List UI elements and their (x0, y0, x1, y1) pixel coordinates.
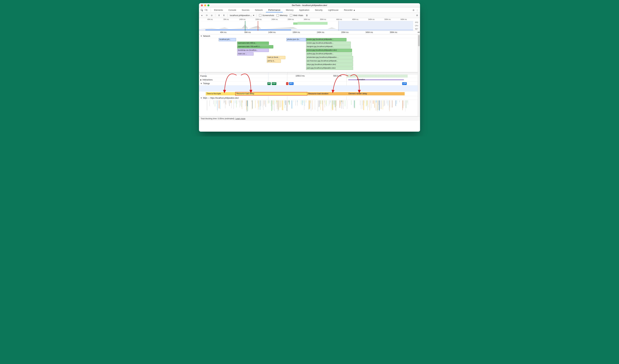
close-icon[interactable] (201, 4, 203, 6)
timings-track[interactable]: ▼ Timings FPFCPLDCLLCP (199, 82, 420, 85)
overview-tick: 2494 ms (271, 18, 278, 20)
network-request[interactable]: opensans-latin-700.woff2 (l... (237, 45, 273, 48)
overview-tick: 494 ms (207, 18, 213, 20)
reload-icon[interactable]: ⟳ (205, 14, 208, 16)
webvitals-checkbox[interactable]: Web Vitals (290, 14, 303, 16)
network-request[interactable]: sydney.jpg (localhost.philipwalto... (306, 52, 352, 56)
main-thread-header[interactable]: ▼Main — https://localhost.philipwalton.d… (199, 96, 420, 100)
download-icon[interactable]: ⬇ (223, 14, 225, 16)
timing-badge-fp[interactable]: FP (267, 82, 271, 85)
inspect-icon[interactable] (201, 9, 203, 11)
network-request[interactable]: paris.jpg (localhost.philipwalton.dev) (306, 67, 353, 70)
lcp-phase[interactable]: Resource load delay (235, 92, 307, 95)
svg-rect-3 (205, 29, 291, 30)
tab-network[interactable]: Network (253, 8, 265, 12)
animation-label: Animation (357, 79, 365, 80)
pane-splitter[interactable]: ⋯ (199, 72, 420, 74)
timing-badge-fcp[interactable]: FCP (272, 82, 276, 85)
ruler-tick: 3994 ms (390, 31, 397, 33)
network-request[interactable]: main.css ... (237, 52, 253, 56)
overview-tick: 5994 ms (384, 18, 391, 20)
overview-tick: 6494 ms (401, 18, 407, 20)
main-ruler[interactable]: 494 ms994 ms1494 ms1994 ms2494 ms2994 ms… (199, 31, 420, 34)
overview-tick: 994 ms (224, 18, 229, 20)
devtools-window: DevTools - localhost.philipwalton.dev/ E… (199, 3, 420, 132)
network-request[interactable]: venice.jpg (localhost.philipwalton.dev) (306, 49, 352, 52)
lcp-phase[interactable]: Element render delay (348, 92, 405, 95)
overview-tick: 1494 ms (239, 18, 245, 20)
ruler-tick: 1494 ms (268, 31, 276, 33)
tab-performance[interactable]: Performance (266, 8, 282, 12)
tab-memory[interactable]: Memory (284, 8, 296, 12)
frames-track[interactable]: Frames 1050.0 ms500.0 ms (199, 74, 420, 78)
status-text: Total blocking time: 0.00ms (estimated) (201, 117, 234, 120)
overview-red-marker (258, 21, 258, 31)
trash-icon[interactable]: 🗑 (305, 14, 308, 16)
tab-sources[interactable]: Sources (239, 8, 252, 12)
tab-application[interactable]: Application (297, 8, 312, 12)
upload-icon[interactable]: ⬆ (218, 14, 220, 16)
interactions-track[interactable]: ▶ Interactions Animation (199, 78, 420, 82)
capture-select[interactable]: localhost.philipwalton.... ▾ (230, 14, 254, 16)
titlebar: DevTools - localhost.philipwalton.dev/ (199, 3, 420, 8)
network-header[interactable]: ▼Network (199, 34, 420, 38)
more-icon[interactable]: ⋮ (416, 9, 418, 11)
network-request[interactable]: localhost.phi... (219, 38, 236, 41)
ruler-tick: 2994 ms (341, 31, 349, 33)
device-toggle-icon[interactable] (205, 9, 207, 11)
timing-badge-dcl[interactable]: DCL (289, 82, 294, 85)
network-request[interactable]: amsterdam.jpg (localhost.philipwalton...… (306, 56, 353, 59)
timing-badge-lcp[interactable]: LCP (402, 82, 407, 85)
minimize-icon[interactable] (204, 4, 206, 6)
screenshots-checkbox[interactable]: Screenshots (259, 14, 274, 16)
overview-selection[interactable] (338, 21, 413, 31)
zoom-icon[interactable] (207, 4, 209, 6)
vertical-scrollbar[interactable] (418, 34, 420, 116)
tab-recorder[interactable]: Recorder ▲ (342, 8, 358, 12)
record-icon[interactable]: ● (201, 14, 203, 16)
lcp-phases-track[interactable]: Time to first byteResource load delayRes… (199, 91, 420, 96)
window-title: DevTools - localhost.philipwalton.dev/ (199, 4, 420, 6)
network-track[interactable]: localhost.phi...opensans-latin-400.w...o… (199, 38, 420, 72)
tab-console[interactable]: Console (226, 8, 239, 12)
ruler-tick: 494 ms (220, 31, 226, 33)
network-request[interactable]: san-francisco.jpg (localhost.philipwalt.… (306, 59, 353, 63)
tab-lighthouse[interactable]: Lighthouse (326, 8, 341, 12)
main-thread-flamechart[interactable] (199, 100, 420, 116)
network-request[interactable]: bootstrap.css (localhos... (237, 49, 269, 52)
chevron-down-icon: ▾ (253, 14, 254, 16)
overview-tick: 3994 ms (320, 18, 326, 20)
tab-elements[interactable]: Elements (212, 8, 225, 12)
timing-badge-l[interactable]: L (286, 82, 288, 85)
status-bar: Total blocking time: 0.00ms (estimated) … (199, 116, 420, 121)
overview-tick: 4994 ms (352, 18, 358, 20)
memory-checkbox[interactable]: Memory (277, 14, 288, 16)
overview-tick: 3494 ms (304, 18, 310, 20)
network-request[interactable]: photos.json (lo... (286, 38, 306, 41)
overview-green-marker (245, 21, 245, 31)
network-request[interactable]: tokyo.jpg (localhost.philipwalton.dev) (306, 63, 353, 66)
overview-timeline[interactable]: 494 ms994 ms1494 ms1994 ms2494 ms2994 ms… (199, 18, 420, 31)
lane-net: NET (413, 28, 420, 31)
svg-rect-4 (293, 22, 297, 25)
tab-security[interactable]: Security (313, 8, 325, 12)
lane-cpu: CPU (413, 24, 420, 28)
animation-bar (348, 79, 404, 80)
settings-icon[interactable]: ⚙ (412, 9, 415, 11)
learn-more-link[interactable]: Learn more (235, 117, 245, 120)
capture-select-label: localhost.philipwalton.... (230, 14, 252, 16)
network-request[interactable]: bangkok.jpg (localhost.philipwalt... (306, 45, 351, 48)
network-request[interactable]: main.js (local... (267, 56, 285, 59)
network-request[interactable]: opensans-latin-400.w... (237, 42, 269, 45)
disclosure-down-icon: ▼ (200, 97, 202, 99)
disclosure-right-icon: ▶ (200, 79, 202, 81)
clear-icon[interactable]: ⊘ (210, 14, 213, 16)
overview-lane-labels: FPS CPU NET (413, 21, 420, 31)
lcp-phase[interactable]: Resource load duration (307, 92, 348, 95)
network-request[interactable]: london.jpg (localhost.philipwalto... (306, 42, 351, 45)
network-request[interactable]: perf.js (l... (267, 59, 281, 63)
lcp-phase[interactable]: Time to first byte (206, 92, 236, 95)
network-request[interactable]: london.jpg (localhost.philipwalto... (306, 38, 347, 41)
capture-settings-icon[interactable]: ⚙ (416, 14, 418, 16)
overview-lanes (199, 21, 413, 31)
